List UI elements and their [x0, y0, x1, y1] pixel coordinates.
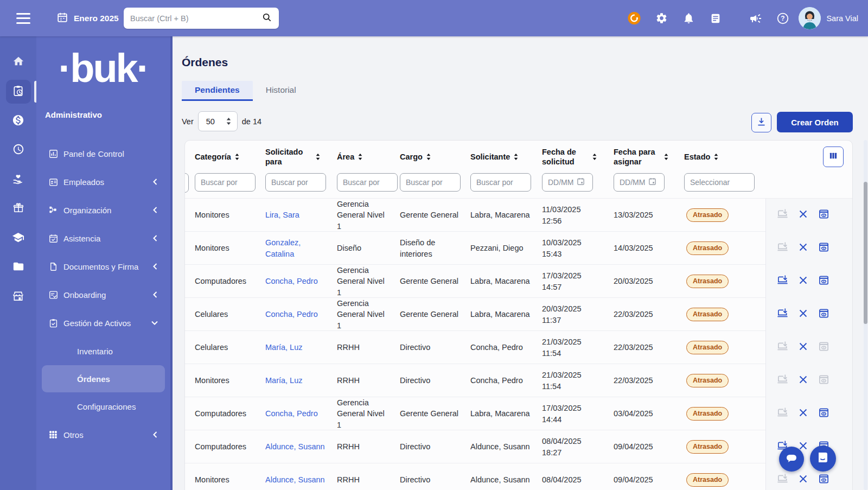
- employee-link[interactable]: María, Luz: [265, 375, 303, 386]
- employee-link[interactable]: Concha, Pedro: [265, 276, 318, 287]
- cell-solicitado-para[interactable]: Concha, Pedro: [260, 408, 331, 419]
- calendar-icon[interactable]: [576, 177, 585, 188]
- sort-icon[interactable]: [358, 153, 363, 161]
- view-order-button[interactable]: [818, 275, 829, 288]
- period-selector[interactable]: Enero 2025: [56, 11, 119, 26]
- scrollbar-thumb[interactable]: [864, 182, 867, 324]
- avatar[interactable]: [799, 7, 821, 29]
- rail-item-home[interactable]: [6, 50, 31, 74]
- feedback-chat-button[interactable]: [779, 447, 804, 472]
- rail-item-gifts[interactable]: [6, 197, 31, 221]
- column-header-estado[interactable]: Estado: [679, 152, 765, 162]
- sidebar-item-onboarding[interactable]: Onboarding: [36, 281, 170, 309]
- employee-link[interactable]: Aldunce, Susann: [265, 474, 325, 485]
- calendar-icon[interactable]: [648, 177, 657, 188]
- rail-item-benefits[interactable]: [6, 168, 31, 192]
- rail-item-files[interactable]: [6, 256, 31, 279]
- column-header-area[interactable]: Área: [331, 152, 394, 162]
- filter-fecha-solicitud-input[interactable]: [542, 173, 593, 192]
- cell-solicitado-para[interactable]: Aldunce, Susann: [260, 474, 331, 485]
- cell-solicitado-para[interactable]: Lira, Sara: [260, 209, 331, 220]
- help-icon[interactable]: ?: [776, 11, 790, 26]
- filter-cargo-input[interactable]: [400, 173, 461, 192]
- column-header-solicitado-para[interactable]: Solicitado para: [260, 147, 331, 167]
- rail-item-remunerations[interactable]: [6, 109, 31, 133]
- sort-icon[interactable]: [663, 153, 669, 161]
- sidebar-item-panel-de-control[interactable]: Panel de Control: [36, 139, 170, 168]
- cancel-order-button[interactable]: [799, 309, 808, 320]
- cell-solicitado-para[interactable]: Concha, Pedro: [260, 276, 331, 287]
- sidebar-item-asistencia[interactable]: Asistencia: [36, 224, 170, 252]
- assign-device-button[interactable]: [777, 275, 788, 288]
- sidebar-item-otros[interactable]: Otros: [36, 421, 170, 449]
- filter-solicitante-input[interactable]: [470, 173, 531, 192]
- tab-historial[interactable]: Historial: [253, 81, 309, 101]
- employee-link[interactable]: Concha, Pedro: [265, 408, 318, 419]
- filter-solicitado-input[interactable]: [265, 173, 326, 192]
- employee-link[interactable]: Gonzalez, Catalina: [265, 237, 326, 259]
- assign-device-button[interactable]: [777, 308, 788, 321]
- cancel-order-button[interactable]: [799, 243, 808, 254]
- gear-icon[interactable]: [654, 11, 668, 26]
- cell-solicitado-para[interactable]: Gonzalez, Catalina: [260, 237, 331, 259]
- sort-icon[interactable]: [426, 153, 431, 161]
- bell-icon[interactable]: [681, 11, 695, 26]
- rail-item-education[interactable]: [6, 226, 31, 250]
- notes-icon[interactable]: [709, 11, 723, 26]
- search-icon[interactable]: [261, 12, 272, 25]
- create-order-button[interactable]: Crear Orden: [777, 112, 853, 132]
- employee-link[interactable]: Aldunce, Susann: [265, 441, 325, 452]
- cell-solicitado-para[interactable]: Aldunce, Susann: [260, 441, 331, 452]
- cancel-order-button[interactable]: [799, 375, 808, 386]
- filter-fecha-asignar-input[interactable]: [614, 173, 665, 192]
- rail-item-time[interactable]: [6, 138, 31, 162]
- sidebar-item-empleados[interactable]: Empleados: [36, 168, 170, 196]
- sort-icon[interactable]: [713, 153, 719, 161]
- view-order-button[interactable]: [818, 308, 829, 321]
- sort-icon[interactable]: [234, 153, 240, 161]
- megaphone-icon[interactable]: [749, 11, 763, 26]
- user-name[interactable]: Sara Vial: [826, 14, 858, 23]
- filter-area-input[interactable]: [337, 173, 398, 192]
- cancel-order-button[interactable]: [799, 474, 808, 486]
- view-order-button[interactable]: [818, 241, 829, 255]
- cancel-order-button[interactable]: [799, 276, 808, 287]
- column-header-cargo[interactable]: Cargo: [394, 152, 465, 162]
- cell-solicitado-para[interactable]: María, Luz: [260, 375, 331, 386]
- column-header-categoria[interactable]: Categoría: [189, 152, 260, 162]
- cell-solicitado-para[interactable]: Concha, Pedro: [260, 309, 331, 320]
- cancel-order-button[interactable]: [799, 342, 808, 353]
- export-button[interactable]: [751, 113, 771, 132]
- sort-icon[interactable]: [315, 153, 321, 161]
- view-order-button[interactable]: [818, 208, 829, 222]
- cancel-order-button[interactable]: [799, 408, 808, 419]
- sort-icon[interactable]: [513, 153, 519, 161]
- search-input[interactable]: [130, 14, 261, 23]
- assistant-icon[interactable]: [627, 11, 641, 26]
- employee-link[interactable]: Concha, Pedro: [265, 309, 318, 320]
- employee-link[interactable]: María, Luz: [265, 342, 303, 353]
- employee-link[interactable]: Lira, Sara: [265, 209, 299, 220]
- tab-pendientes[interactable]: Pendientes: [182, 81, 253, 101]
- rail-item-company[interactable]: [6, 285, 31, 309]
- cancel-order-button[interactable]: [799, 209, 808, 221]
- sidebar-item-organizacion[interactable]: Organización: [36, 196, 170, 224]
- page-size-select[interactable]: 50: [198, 111, 238, 131]
- filter-estado-select[interactable]: Seleccionar: [684, 173, 755, 192]
- support-chat-button[interactable]: [810, 446, 836, 472]
- sidebar-item-documentos-y-firma[interactable]: Documentos y Firma: [36, 252, 170, 281]
- sidebar-item-gestion-de-activos[interactable]: Gestión de Activos: [36, 309, 170, 337]
- view-order-button[interactable]: [818, 407, 829, 421]
- column-header-fecha-solicitud[interactable]: Fecha de solicitud: [537, 147, 608, 167]
- rail-item-asset-management[interactable]: [6, 80, 31, 104]
- filter-categoria-input[interactable]: [195, 173, 256, 192]
- hamburger-menu-icon[interactable]: [16, 13, 30, 24]
- cell-solicitado-para[interactable]: María, Luz: [260, 342, 331, 353]
- sidebar-item-configuraciones[interactable]: Configuraciones: [36, 392, 170, 421]
- column-header-fecha-asignar[interactable]: Fecha para asignar: [608, 147, 679, 167]
- view-order-button[interactable]: [818, 473, 829, 487]
- column-settings-button[interactable]: [823, 147, 844, 167]
- column-header-solicitante[interactable]: Solicitante: [465, 152, 537, 162]
- sidebar-item-inventario[interactable]: Inventario: [36, 337, 170, 365]
- sidebar-item-ordenes[interactable]: Órdenes: [42, 365, 165, 392]
